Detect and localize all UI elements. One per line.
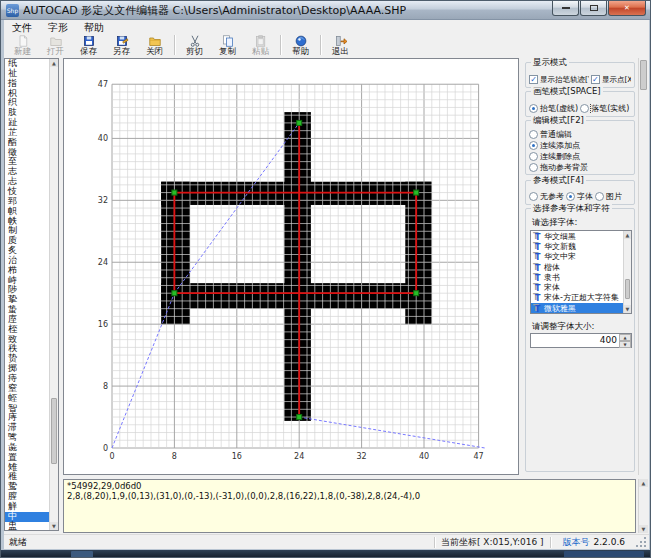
toolbar-button-12[interactable]: 退出 (324, 34, 357, 57)
radio-option[interactable]: 字体 (566, 191, 593, 202)
radio-option[interactable]: 连续删除点 (526, 151, 634, 162)
font-list-rows: TT华文细黑TT华文新魏TT华文中宋TT楷体TT隶书TT宋体TT宋体-方正超大字… (531, 231, 623, 313)
scroll-down-icon[interactable]: ▼ (624, 305, 631, 313)
font-list-item[interactable]: TT华文中宋 (531, 252, 623, 262)
font-list-item[interactable]: TT楷体 (531, 262, 623, 272)
spin-up-icon[interactable]: ▲ (619, 334, 631, 341)
minimize-button[interactable] (552, 1, 579, 16)
toolbar-button-label: 复制 (219, 47, 236, 56)
radio-icon[interactable] (529, 104, 538, 113)
font-name: 隶书 (544, 272, 560, 282)
scroll-thumb[interactable] (51, 398, 57, 464)
menu-item-0[interactable]: 文件 (4, 21, 40, 35)
group-title: 编辑模式[F2] (531, 115, 586, 127)
title-bar: Shp AUTOCAD 形定义文件编辑器 C:\Users\Administra… (1, 1, 650, 20)
font-list-item[interactable]: TT华文细黑 (531, 231, 623, 241)
font-size-value[interactable]: 400 (533, 334, 617, 347)
font-name: 华文新魏 (544, 241, 576, 251)
scroll-up-icon[interactable]: ▲ (639, 479, 648, 487)
toolbar-button-0[interactable]: 新建 (6, 34, 39, 57)
character-rows: 纸祉指枳织肢趾芷酯徵至志忐忮郅帜帙制质炙治栉峙陟挚蛰庢桎致秩贽掷痔窒蛭智庤滞骘彘… (5, 59, 49, 530)
radio-label: 连续删除点 (540, 151, 580, 162)
scroll-down-icon[interactable]: ▼ (50, 522, 58, 530)
toolbar-button-6[interactable]: 剪切 (178, 34, 211, 57)
font-list-scrollbar[interactable]: ▲ ▼ (623, 231, 631, 313)
group-title: 画笔模式[SPACE] (531, 86, 603, 98)
code-scrollbar[interactable]: ▲ ▼ (638, 479, 648, 533)
font-size-spinner[interactable]: 400 ▲ ▼ (530, 333, 632, 348)
radio-option[interactable]: 连续添加点 (526, 140, 634, 151)
x-axis-label: 16 (232, 452, 242, 461)
toolbar-button-8[interactable]: 粘贴 (244, 34, 277, 57)
pen-mode-group: 画笔模式[SPACE] 抬笔(虚线)落笔(实线) (525, 91, 635, 117)
truetype-icon: TT (533, 232, 542, 241)
reference-mode-group: 参考模式[F4] 无参考字体图片 (525, 180, 635, 205)
radio-option[interactable]: 拖动参考背景 (526, 162, 634, 173)
toolbar-button-label: 保存 (80, 47, 97, 56)
toolbar-button-10[interactable]: 帮助 (284, 34, 317, 57)
glyph-grid[interactable]: 008816162424323240404747 (64, 59, 518, 474)
spin-down-icon[interactable]: ▼ (619, 341, 631, 348)
pen-mode-options: 抬笔(虚线)落笔(实线) (526, 103, 634, 114)
scroll-thumb[interactable] (640, 60, 647, 90)
toolbar-button-label: 剪切 (186, 47, 203, 56)
window-title: AUTOCAD 形定义文件编辑器 C:\Users\Administrator\… (23, 3, 406, 18)
radio-icon[interactable] (529, 152, 538, 161)
radio-icon[interactable] (529, 141, 538, 150)
font-list-item[interactable]: TT宋体 (531, 282, 623, 292)
scroll-thumb[interactable] (625, 279, 630, 300)
radio-icon[interactable] (529, 192, 538, 201)
menu-item-2[interactable]: 帮助 (76, 21, 112, 35)
truetype-icon: TT (533, 252, 542, 261)
radio-option[interactable]: 普通编辑 (526, 129, 634, 140)
radio-icon[interactable] (529, 163, 538, 172)
truetype-icon: TT (533, 273, 542, 282)
settings-panel: 显示模式 ✓显示抬笔轨迹[T]✓显示点[X] 画笔模式[SPACE] 抬笔(虚线… (523, 58, 637, 475)
y-axis-label: 16 (98, 320, 108, 329)
font-list-item[interactable]: TT微软雅黑 (531, 303, 623, 313)
toolbar-button-2[interactable]: 保存 (72, 34, 105, 57)
code-line: 2,8,(8,20),1,9,(0,13),(31,0),(0,-13),(-3… (67, 491, 632, 501)
toolbar-button-7[interactable]: 复制 (211, 34, 244, 57)
radio-icon[interactable] (595, 192, 604, 201)
font-name: 微软雅黑 (544, 303, 576, 313)
radio-icon[interactable] (529, 130, 538, 139)
radio-icon[interactable] (566, 192, 575, 201)
toolbar-button-3[interactable]: 另存 (105, 34, 138, 57)
glyph-edit-canvas[interactable]: 008816162424323240404747 (63, 58, 519, 475)
toolbar-button-label: 另存 (113, 47, 130, 56)
character-list-scrollbar[interactable]: ▲ ▼ (49, 59, 58, 530)
font-list-item[interactable]: TT华文新魏 (531, 241, 623, 251)
resize-grip[interactable] (635, 536, 647, 548)
shape-code-editor[interactable]: *54992,29,0d6d02,8,(8,20),1,9,(0,13),(31… (63, 479, 636, 533)
scroll-up-icon[interactable]: ▲ (624, 231, 631, 239)
radio-icon[interactable] (580, 104, 589, 113)
radio-option[interactable]: 无参考 (529, 191, 564, 202)
y-axis-label: 24 (98, 258, 108, 267)
font-name: 宋体-方正超大字符集 (544, 293, 619, 303)
toolbar-button-4[interactable]: 关闭 (138, 34, 171, 57)
maximize-button[interactable] (580, 1, 607, 16)
checkbox-icon[interactable]: ✓ (529, 75, 538, 84)
toolbar-button-1[interactable]: 打开 (39, 34, 72, 57)
radio-option[interactable]: 抬笔(虚线) (529, 103, 578, 114)
checkbox-icon[interactable]: ✓ (591, 75, 600, 84)
menu-item-1[interactable]: 字形 (40, 21, 76, 35)
checkbox-option[interactable]: ✓显示抬笔轨迹[T] (529, 75, 589, 85)
close-button[interactable]: ✕ (608, 1, 646, 16)
panel-scrollbar[interactable] (638, 58, 648, 475)
char-list-item[interactable]: 盅 (5, 522, 49, 530)
font-list-item[interactable]: TT宋体-方正超大字符集 (531, 293, 623, 303)
scroll-down-icon[interactable]: ▼ (639, 525, 648, 533)
toolbar-separator (280, 35, 281, 55)
font-list-item[interactable]: TT隶书 (531, 272, 623, 282)
truetype-icon: TT (533, 293, 542, 302)
radio-label: 无参考 (540, 191, 564, 202)
radio-option[interactable]: 落笔(实线) (580, 103, 629, 114)
menu-bar: 文件字形帮助 (4, 21, 649, 34)
x-axis-label: 8 (172, 452, 177, 461)
radio-option[interactable]: 图片 (595, 191, 622, 202)
toolbar-button-label: 新建 (14, 47, 31, 56)
checkbox-option[interactable]: ✓显示点[X] (591, 75, 631, 85)
scroll-up-icon[interactable]: ▲ (50, 59, 58, 67)
